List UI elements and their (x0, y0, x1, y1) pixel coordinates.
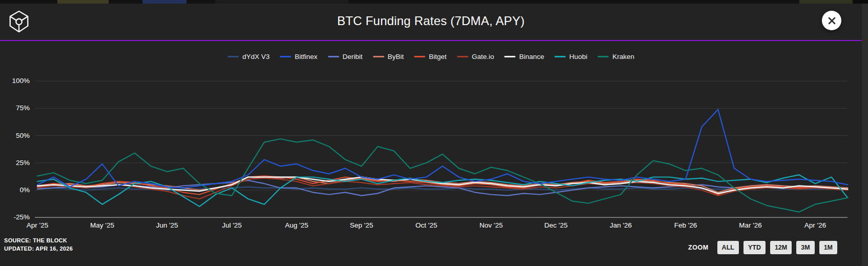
zoom-button-1m[interactable]: 1M (819, 241, 837, 254)
x-axis-label: Jan '26 (610, 221, 632, 229)
background-page-remnant (853, 0, 868, 4)
y-axis-label: 0% (3, 186, 30, 194)
zoom-controls-label: ZOOM (688, 244, 709, 251)
page-behind-modal-right (862, 4, 868, 266)
y-axis-label: -25% (3, 213, 30, 221)
y-axis-label: 100% (3, 77, 30, 85)
y-axis-label: 75% (3, 104, 30, 112)
x-axis-label: Oct '25 (416, 221, 437, 229)
zoom-button-ytd[interactable]: YTD (743, 241, 766, 254)
zoom-controls: ZOOM ALLYTD12M3M1M (688, 241, 837, 254)
x-axis-label: Jul '25 (222, 221, 242, 229)
x-axis-label: Jun '25 (156, 221, 178, 229)
chart-panel: BTC Funding Rates (7DMA, APY) dYdX V3Bit… (0, 4, 862, 266)
background-page-remnant (799, 0, 853, 4)
x-axis-label: Sep '25 (350, 221, 373, 229)
x-axis-label: Mar '26 (739, 221, 762, 229)
y-axis-label: 25% (3, 159, 30, 167)
zoom-button-12m[interactable]: 12M (770, 241, 792, 254)
x-axis-label: Feb '26 (674, 221, 697, 229)
source-text: SOURCE: THE BLOCK (4, 236, 73, 244)
zoom-button-3m[interactable]: 3M (796, 241, 814, 254)
zoom-button-all[interactable]: ALL (717, 241, 739, 254)
x-axis-label: May '25 (90, 221, 114, 229)
x-axis-label: Apr '26 (804, 221, 826, 229)
series-line-bitfinex[interactable] (37, 110, 848, 188)
x-axis-label: Aug '25 (285, 221, 308, 229)
background-page-remnant (57, 0, 109, 4)
background-page-remnant (142, 0, 187, 4)
page-behind-modal (0, 0, 868, 4)
x-axis-label: Nov '25 (480, 221, 503, 229)
y-axis-label: 50% (3, 132, 30, 139)
x-axis-label: Apr '25 (27, 221, 48, 229)
background-page-remnant (215, 0, 348, 4)
series-line-kraken[interactable] (37, 139, 848, 212)
x-axis-label: Dec '25 (544, 221, 567, 229)
updated-text: UPDATED: APR 16, 2026 (4, 244, 73, 253)
source-attribution: SOURCE: THE BLOCK UPDATED: APR 16, 2026 (4, 236, 73, 253)
funding-rates-modal: BTC Funding Rates (7DMA, APY) dYdX V3Bit… (0, 0, 868, 266)
